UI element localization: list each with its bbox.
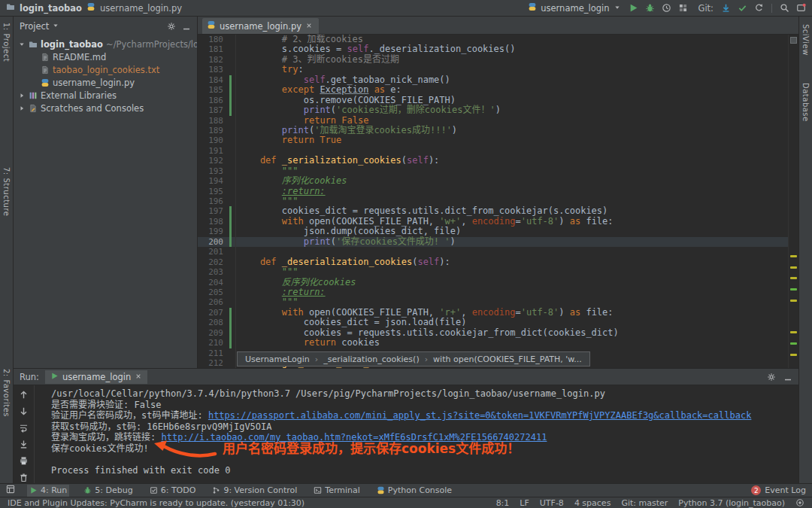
code-text[interactable]: 序列化cookies: [232, 176, 347, 186]
code-text[interactable]: def _deserialization_cookies(self):: [232, 257, 450, 267]
stripe-mark[interactable]: [790, 277, 797, 279]
project-tree-item[interactable]: username_login.py: [14, 76, 197, 89]
toolstrip-structure[interactable]: 7: Structure: [2, 167, 11, 216]
search-icon[interactable]: [780, 3, 789, 13]
stripe-mark[interactable]: [790, 331, 797, 333]
code-text[interactable]: return True: [232, 135, 341, 145]
toolstrip-project[interactable]: 1: Project: [2, 23, 11, 62]
toolwindow-button-python-console[interactable]: Python Console: [374, 485, 454, 497]
line-number[interactable]: 200: [198, 237, 229, 247]
chevron-down-icon[interactable]: [18, 41, 26, 48]
play-icon[interactable]: [629, 3, 638, 13]
line-number[interactable]: 194: [198, 176, 229, 186]
toolwindow-button-6-todo[interactable]: 6: TODO: [147, 485, 198, 497]
up-icon[interactable]: [19, 390, 29, 400]
bug-icon[interactable]: [645, 3, 655, 13]
line-number[interactable]: 187: [198, 105, 229, 115]
code-text[interactable]: """: [232, 196, 298, 206]
status-line-separator[interactable]: LF: [520, 498, 529, 508]
toolwindow-button-4-run[interactable]: 4: Run: [27, 485, 69, 497]
code-text[interactable]: # 2、加载cookies: [232, 35, 363, 44]
code-text[interactable]: [232, 146, 238, 156]
project-panel-title[interactable]: Project: [20, 21, 49, 32]
line-number[interactable]: 185: [198, 85, 229, 95]
code-text[interactable]: """: [232, 267, 298, 277]
breadcrumb-item[interactable]: _serialization_cookies(): [323, 354, 420, 364]
chevron-right-icon[interactable]: [18, 92, 26, 99]
project-tree-item[interactable]: login_taobao~/PycharmProjects/login_taob…: [14, 38, 197, 50]
line-number[interactable]: 186: [198, 96, 229, 105]
code-text[interactable]: with open(COOKIES_FILE_PATH, 'r+', encod…: [232, 308, 614, 318]
status-encoding[interactable]: UTF-8: [540, 498, 564, 508]
code-text[interactable]: return False: [232, 116, 368, 126]
line-number[interactable]: 189: [198, 126, 229, 135]
profiler-icon[interactable]: [662, 3, 671, 13]
breadcrumb-item[interactable]: UsernameLogin: [245, 354, 310, 364]
toolstrip-database[interactable]: Database: [801, 83, 810, 122]
line-number[interactable]: 195: [198, 187, 229, 196]
line-number[interactable]: 211: [198, 348, 229, 358]
status-interpreter[interactable]: Python 3.7 (login_taobao): [678, 498, 785, 508]
status-caret-position[interactable]: 8:1: [496, 498, 510, 508]
down-icon[interactable]: [19, 406, 29, 416]
line-number[interactable]: 184: [198, 75, 229, 85]
toolwindow-button-9-version-control[interactable]: 9: Version Control: [210, 485, 299, 497]
code-text[interactable]: :return:: [232, 287, 326, 297]
line-number[interactable]: 180: [198, 35, 229, 44]
close-icon[interactable]: [305, 22, 313, 29]
line-number[interactable]: 204: [198, 278, 229, 287]
status-git-branch[interactable]: Git: master: [621, 498, 668, 508]
line-number[interactable]: 205: [198, 287, 229, 297]
stripe-mark[interactable]: [790, 288, 797, 291]
line-number[interactable]: 203: [198, 267, 229, 277]
code-text[interactable]: self.get_taobao_nick_name(): [232, 75, 450, 85]
project-tree-item[interactable]: README.md: [14, 50, 197, 63]
chevron-down-icon[interactable]: [52, 22, 59, 29]
hide-icon[interactable]: [783, 373, 792, 382]
line-number[interactable]: 183: [198, 65, 229, 75]
update-icon[interactable]: [721, 3, 731, 13]
code-text[interactable]: def _serialization_cookies(self):: [232, 156, 439, 166]
project-tree-item[interactable]: External Libraries: [14, 89, 197, 102]
toolstrip-sciview[interactable]: SciView: [801, 24, 810, 56]
line-number[interactable]: 212: [198, 358, 229, 368]
line-number[interactable]: 201: [198, 247, 229, 257]
print-icon[interactable]: [19, 456, 29, 466]
softwrap-icon[interactable]: [19, 423, 29, 433]
code-area[interactable]: 180 # 2、加载cookies181 s.cookies = self._d…: [198, 35, 788, 368]
status-indent[interactable]: 4 spaces: [574, 498, 611, 508]
chevron-right-icon[interactable]: [18, 105, 26, 112]
event-log-button[interactable]: 2 Event Log: [751, 485, 806, 495]
code-text[interactable]: print('保存cookies文件成功! '): [232, 237, 456, 247]
line-number[interactable]: 181: [198, 44, 229, 54]
project-tree-item[interactable]: taobao_login_cookies.txt: [14, 63, 197, 76]
code-text[interactable]: s.cookies = self._deserialization_cookie…: [232, 44, 515, 54]
line-number[interactable]: 188: [198, 116, 229, 126]
line-number[interactable]: 199: [198, 227, 229, 236]
console-link[interactable]: https://passport.alibaba.com/mini_apply_…: [208, 410, 751, 421]
inspections-indicator[interactable]: [790, 37, 797, 44]
breadcrumb-item[interactable]: with open(COOKIES_FILE_PATH, 'w...: [433, 354, 582, 364]
toolwindow-button-5-debug[interactable]: 5: Debug: [81, 485, 135, 497]
coverage-icon[interactable]: [678, 3, 688, 13]
trash-icon[interactable]: [19, 473, 29, 482]
run-config-selector[interactable]: username_login: [528, 2, 620, 14]
stripe-mark[interactable]: [790, 354, 797, 356]
line-number[interactable]: 182: [198, 55, 229, 65]
code-text[interactable]: with open(COOKIES_FILE_PATH, 'w+', encod…: [232, 217, 614, 227]
code-text[interactable]: """: [232, 297, 298, 307]
hector-icon[interactable]: [795, 498, 804, 507]
line-number[interactable]: 196: [198, 196, 229, 206]
line-number[interactable]: 209: [198, 328, 229, 338]
gear-icon[interactable]: [167, 22, 176, 31]
code-text[interactable]: 反序列化cookies: [232, 278, 356, 287]
code-text[interactable]: cookies_dict = json.load(file): [232, 318, 466, 327]
code-text[interactable]: print('cookies过期，删除cookies文件！'): [232, 105, 501, 115]
code-text[interactable]: json.dump(cookies_dict, file): [232, 227, 461, 236]
stripe-mark[interactable]: [790, 255, 797, 257]
toolwindow-button-terminal[interactable]: Terminal: [311, 485, 362, 497]
run-tab-username-login[interactable]: username_login: [45, 370, 147, 384]
line-number[interactable]: 207: [198, 308, 229, 318]
hide-icon[interactable]: [182, 22, 191, 31]
line-number[interactable]: 202: [198, 257, 229, 267]
